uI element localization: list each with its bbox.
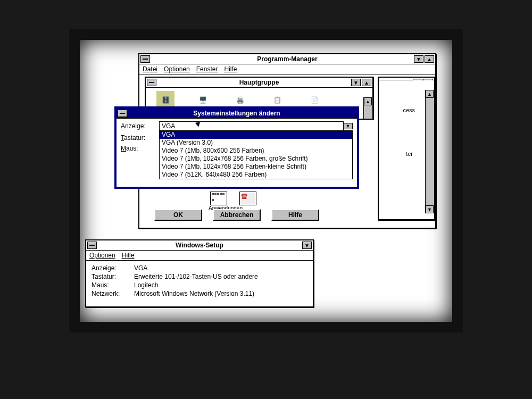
- minimize-button[interactable]: ▼: [351, 79, 361, 86]
- hauptgruppe-titlebar[interactable]: Hauptgruppe ▲ ▼: [146, 78, 372, 88]
- anzeige-value: VGA: [162, 122, 175, 130]
- maximize-button[interactable]: ▲: [425, 55, 434, 63]
- dropdown-option[interactable]: Video 7 (512K, 640x480 256 Farben): [160, 171, 352, 179]
- dialog-title: Systemeinstellungen ändern: [193, 110, 280, 117]
- program-manager-menubar: Datei Optionen Fenster Hilfe: [139, 64, 435, 74]
- group-window-partial: ▲ ▼ cess ter ▲ ▼: [378, 77, 435, 220]
- minimize-button[interactable]: ▼: [302, 242, 312, 249]
- menu-hilfe[interactable]: Hilfe: [122, 252, 135, 259]
- dropdown-icon[interactable]: ▼: [344, 123, 353, 129]
- setup-value-tastatur: Erweiterte 101-/102-Tasten-US oder ander…: [134, 273, 258, 280]
- setup-label-maus: Maus:: [92, 281, 134, 289]
- setup-value-maus: Logitech: [134, 281, 158, 289]
- system-menu-icon[interactable]: [118, 110, 127, 117]
- hilfe-button[interactable]: Hilfe: [271, 209, 319, 221]
- ok-button[interactable]: OK: [154, 209, 202, 221]
- anzeige-dropdown-list[interactable]: VGA VGA (Version 3.0) Video 7 (1Mb, 800x…: [159, 130, 353, 179]
- windows-setup-window: Windows-Setup ▼ Optionen Hilfe Anzeige:V…: [85, 239, 314, 307]
- anzeige-combobox[interactable]: VGA: [159, 121, 344, 131]
- menu-optionen[interactable]: Optionen: [164, 65, 190, 73]
- menu-hilfe[interactable]: Hilfe: [224, 65, 237, 73]
- minimize-button[interactable]: ▼: [414, 55, 423, 63]
- setup-label-anzeige: Anzeige:: [92, 264, 134, 272]
- setup-titlebar[interactable]: Windows-Setup ▼: [86, 240, 313, 251]
- dropdown-option[interactable]: Video 7 (1Mb, 1024x768 256 Farben, große…: [160, 155, 352, 163]
- hauptgruppe-title: Hauptgruppe: [239, 79, 279, 86]
- setup-body: Anzeige:VGA Tastatur:Erweiterte 101-/102…: [86, 261, 313, 301]
- menu-datei[interactable]: Datei: [143, 65, 157, 73]
- icon-label-partial: ter: [406, 151, 413, 157]
- dropdown-option[interactable]: VGA (Version 3.0): [160, 139, 352, 147]
- setup-title: Windows-Setup: [176, 242, 223, 249]
- program-manager-titlebar[interactable]: Programm-Manager ▲ ▼: [139, 54, 435, 64]
- setup-label-tastatur: Tastatur:: [92, 273, 134, 280]
- menu-optionen[interactable]: Optionen: [89, 252, 115, 259]
- system-settings-dialog: Systemeinstellungen ändern Anzeige: VGA …: [114, 106, 359, 189]
- system-menu-icon[interactable]: [140, 55, 150, 63]
- abbrechen-button[interactable]: Abbrechen: [213, 209, 261, 221]
- scroll-up-icon[interactable]: ▲: [364, 97, 372, 105]
- setup-label-netzwerk: Netzwerk:: [92, 290, 134, 297]
- label-tastatur: Tastatur:: [121, 134, 159, 142]
- setup-menubar: Optionen Hilfe: [86, 251, 313, 261]
- scrollbar-vertical[interactable]: ▲: [363, 97, 372, 119]
- maximize-button[interactable]: ▲: [362, 79, 371, 86]
- menu-fenster[interactable]: Fenster: [196, 65, 218, 73]
- dropdown-option[interactable]: Video 7 (1Mb, 1024x768 256 Farben-kleine…: [160, 163, 352, 171]
- scroll-down-icon[interactable]: ▼: [426, 205, 434, 213]
- setup-value-netzwerk: Microsoft Windows Network (Version 3.11): [134, 290, 254, 297]
- system-menu-icon[interactable]: [147, 79, 156, 86]
- label-anzeige: Anzeige:: [121, 122, 159, 130]
- scrollbar-vertical[interactable]: ▲ ▼: [425, 90, 434, 213]
- program-manager-title: Programm-Manager: [257, 55, 317, 63]
- dialog-titlebar[interactable]: Systemeinstellungen ändern: [117, 109, 357, 119]
- dropdown-option[interactable]: VGA: [160, 131, 352, 139]
- scroll-up-icon[interactable]: ▲: [426, 90, 434, 98]
- setup-value-anzeige: VGA: [134, 264, 147, 272]
- icon-label-partial: cess: [403, 107, 415, 113]
- label-maus: Maus:: [121, 145, 159, 152]
- dropdown-option[interactable]: Video 7 (1Mb, 800x600 256 Farben): [160, 147, 352, 155]
- system-menu-icon[interactable]: [87, 242, 97, 249]
